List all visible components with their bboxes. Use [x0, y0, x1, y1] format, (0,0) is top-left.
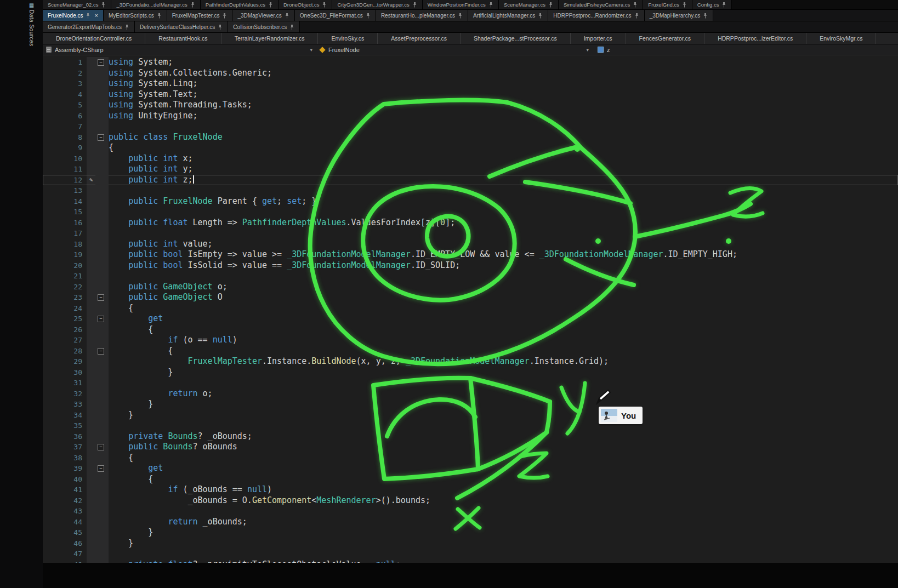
pin-icon[interactable] [268, 2, 273, 8]
code-line[interactable]: 5using System.Threading.Tasks; [43, 100, 898, 111]
code-line[interactable]: 47 [43, 549, 898, 560]
code-line[interactable]: 32 return o; [43, 389, 898, 399]
document-tab[interactable]: PathfinderDepthValues.cs [201, 0, 279, 9]
code-line[interactable]: 41 if (_oBounds == null) [43, 484, 898, 495]
pin-icon[interactable] [366, 13, 371, 19]
document-tab[interactable]: SceneManager.cs [499, 0, 559, 9]
code-line[interactable]: 43 [43, 506, 898, 517]
document-tab[interactable]: FencesGenerator.cs [626, 33, 705, 44]
code-line[interactable]: 16 public float Length => PathfinderDept… [43, 218, 898, 229]
pin-icon[interactable] [682, 2, 687, 8]
document-tab[interactable]: WindowPositionFinder.cs [423, 0, 499, 9]
code-line[interactable]: 17 [43, 228, 898, 239]
code-line[interactable]: 29 FruxelMapTester.Instance.BuildNode(x,… [43, 356, 898, 367]
code-line[interactable]: 28− { [43, 346, 898, 357]
code-line[interactable]: 34 } [43, 410, 898, 421]
code-line[interactable]: 3using System.Linq; [43, 78, 898, 89]
pin-icon[interactable] [101, 2, 106, 8]
code-line[interactable]: 7 [43, 121, 898, 132]
document-tab[interactable]: EnviroSky.cs [318, 33, 378, 44]
fold-collapse-icon[interactable]: − [95, 132, 109, 143]
code-line[interactable]: 12✎ public int z; [43, 175, 898, 186]
code-line[interactable]: 25− get [43, 313, 898, 324]
code-line[interactable]: 38 { [43, 453, 898, 464]
document-tab[interactable]: Config.cs [692, 0, 732, 9]
pin-icon[interactable] [488, 2, 493, 8]
member-dropdown[interactable]: z [592, 44, 610, 55]
document-tab[interactable]: EnviroSkyMgr.cs [806, 33, 876, 44]
code-line[interactable]: 18 public int value; [43, 239, 898, 250]
pin-icon[interactable] [157, 13, 162, 19]
code-line[interactable]: 45 } [43, 527, 898, 538]
data-sources-tab[interactable]: ▦ Data Sources [29, 2, 35, 47]
code-line[interactable]: 21 [43, 271, 898, 282]
pin-icon[interactable] [412, 2, 417, 8]
document-tab[interactable]: DeliverySurfaceClassHelper.cs [135, 21, 228, 32]
code-line[interactable]: 37− public Bounds? oBounds [43, 442, 898, 453]
document-tab[interactable]: FruxelNode.cs× [43, 10, 104, 21]
document-tab[interactable]: Generator2ExportMapTools.cs [43, 21, 135, 32]
code-line[interactable]: 1−using System; [43, 57, 898, 68]
document-tab[interactable]: ArtificialLightsManager.cs [468, 10, 548, 21]
document-tab[interactable]: AssetPreprocessor.cs [378, 33, 461, 44]
document-tab[interactable]: HDRPPostproc...izerEditor.cs [704, 33, 806, 44]
code-line[interactable]: 6using UnityEngine; [43, 111, 898, 122]
code-line[interactable]: 4using System.Text; [43, 89, 898, 100]
type-dropdown[interactable]: FruxelNode ▾ [316, 44, 592, 55]
code-line[interactable]: 40 { [43, 474, 898, 485]
code-line[interactable]: 26 { [43, 324, 898, 335]
document-tab[interactable]: DroneObject.cs [279, 0, 332, 9]
fold-collapse-icon[interactable]: − [95, 57, 109, 68]
pin-icon[interactable] [222, 13, 227, 19]
code-line[interactable]: 9{ [43, 142, 898, 153]
code-line[interactable]: 20 public bool IsSolid => value == _3DFo… [43, 260, 898, 271]
fold-collapse-icon[interactable]: − [95, 442, 109, 453]
code-line[interactable]: 23− public GameObject O [43, 292, 898, 303]
document-tab[interactable]: DroneOrientationController.cs [43, 33, 145, 44]
fold-collapse-icon[interactable]: − [95, 313, 109, 324]
pin-icon[interactable] [633, 2, 638, 8]
document-tab[interactable]: _3DMapHierarchy.cs [645, 10, 714, 21]
pin-icon[interactable] [289, 24, 294, 30]
code-line[interactable]: 19 public bool IsEmpty => value >= _3DFo… [43, 249, 898, 260]
document-tab[interactable]: SimulatedFisheyeCamera.cs [559, 0, 643, 9]
code-line[interactable]: 35 [43, 420, 898, 431]
code-line[interactable]: 10 public int x; [43, 153, 898, 164]
code-line[interactable]: 13 [43, 185, 898, 196]
project-dropdown[interactable]: Assembly-CSharp ▾ [43, 44, 316, 55]
code-line[interactable]: 22 public GameObject o; [43, 282, 898, 293]
pin-icon[interactable] [458, 13, 463, 19]
code-line[interactable]: 24 { [43, 303, 898, 314]
pin-icon[interactable] [634, 13, 639, 19]
document-tab[interactable]: _3DFoundatio...delManager.cs [111, 0, 200, 9]
document-tab[interactable]: RestaurantHook.cs [145, 33, 221, 44]
code-line[interactable]: 14 public FruxelNode Parent { get; set; … [43, 196, 898, 207]
code-line[interactable]: 44 return _oBounds; [43, 517, 898, 528]
document-tab[interactable]: FruxelGrid.cs [643, 0, 692, 9]
pin-icon[interactable] [721, 2, 726, 8]
document-tab[interactable]: ShaderPackage...stProcessor.cs [461, 33, 571, 44]
document-tab[interactable]: CollisionSubscriber.cs [228, 21, 300, 32]
document-tab[interactable]: OneSec3D_FileFormat.cs [295, 10, 376, 21]
pin-icon[interactable] [124, 24, 129, 30]
pin-icon[interactable] [285, 13, 289, 19]
document-tab[interactable]: SceneManager_02.cs [43, 0, 111, 9]
code-line[interactable]: 46 } [43, 538, 898, 549]
fold-collapse-icon[interactable]: − [95, 463, 109, 474]
document-tab[interactable]: Importer.cs [571, 33, 626, 44]
document-tab[interactable]: FruxelMapTester.cs [167, 10, 233, 21]
code-line[interactable]: 39− get [43, 463, 898, 474]
fold-collapse-icon[interactable]: − [95, 292, 109, 303]
pin-icon[interactable] [190, 2, 195, 8]
code-line[interactable]: 8−public class FruxelNode [43, 132, 898, 143]
pin-icon[interactable] [322, 2, 327, 8]
code-line[interactable]: 27 if (o == null) [43, 335, 898, 346]
document-tab[interactable]: CityGen3DGen...torWrapper.cs [332, 0, 422, 9]
document-tab[interactable]: MyEditorScripts.cs [104, 10, 167, 21]
fold-collapse-icon[interactable]: − [95, 346, 109, 357]
code-line[interactable]: 11 public int y; [43, 164, 898, 175]
close-icon[interactable]: × [94, 12, 98, 19]
code-line[interactable]: 33 } [43, 399, 898, 410]
document-tab[interactable]: _3DMapViewer.cs [232, 10, 294, 21]
code-line[interactable]: 42 _oBounds = O.GetComponent<MeshRendere… [43, 495, 898, 506]
